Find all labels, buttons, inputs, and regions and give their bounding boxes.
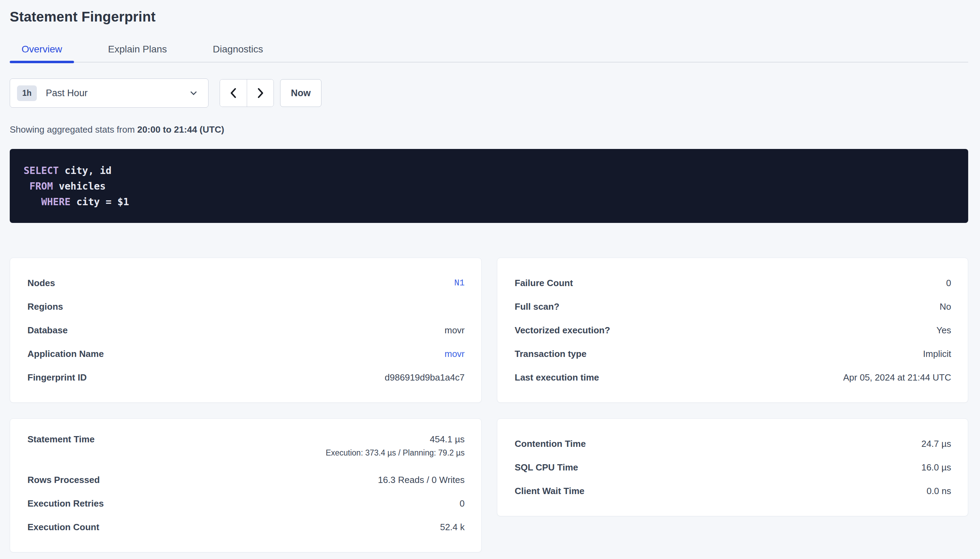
row-value: movr	[444, 325, 464, 336]
sql-statement: SELECT city, id FROM vehicles WHERE city…	[24, 163, 954, 210]
row-label: SQL CPU Time	[515, 462, 578, 473]
sql-statement-box: SELECT city, id FROM vehicles WHERE city…	[10, 149, 968, 223]
table-row: Fingerprint ID d986919d9ba1a4c7	[27, 366, 464, 389]
now-button[interactable]: Now	[280, 79, 322, 107]
time-range-label: Past Hour	[46, 88, 88, 99]
row-value: 24.7 µs	[921, 438, 951, 449]
time-controls: 1h Past Hour Now	[10, 78, 968, 108]
row-label: Failure Count	[515, 278, 573, 289]
tab-overview[interactable]: Overview	[10, 44, 74, 62]
statement-info-card: Nodes N1 Regions Database movr Applicati…	[10, 258, 482, 403]
row-value: 0	[460, 498, 464, 509]
previous-interval-button[interactable]	[220, 79, 247, 107]
next-interval-button[interactable]	[247, 79, 274, 107]
interval-badge: 1h	[17, 85, 37, 101]
row-value: No	[940, 301, 951, 312]
tab-explain-plans[interactable]: Explain Plans	[96, 44, 179, 62]
table-row: Client Wait Time 0.0 ns	[515, 479, 951, 503]
row-label: Execution Count	[27, 522, 99, 533]
application-name-link[interactable]: movr	[444, 349, 464, 359]
table-row: Execution Retries 0	[27, 492, 464, 515]
node-link[interactable]: N1	[454, 278, 464, 288]
row-label: Nodes	[27, 278, 55, 289]
row-label: Application Name	[27, 349, 104, 359]
table-row: Vectorized execution? Yes	[515, 318, 951, 342]
wait-time-card: Contention Time 24.7 µs SQL CPU Time 16.…	[497, 418, 968, 516]
statement-performance-card: Statement Time 454.1 µs Execution: 373.4…	[10, 418, 482, 552]
time-step-buttons	[220, 79, 274, 107]
last-execution-time-value: Apr 05, 2024 at 21:44 UTC	[843, 372, 951, 383]
sql-text: city = $1	[71, 196, 129, 208]
row-label: Full scan?	[515, 301, 559, 312]
fingerprint-id-value: d986919d9ba1a4c7	[385, 372, 464, 383]
chevron-right-icon	[255, 87, 265, 99]
stats-line-range: 20:00 to 21:44 (UTC)	[137, 124, 224, 135]
table-row: Nodes N1	[27, 271, 464, 295]
table-row: Rows Processed 16.3 Reads / 0 Writes	[27, 468, 464, 492]
row-value: 16.0 µs	[921, 462, 951, 473]
row-label: Vectorized execution?	[515, 325, 610, 336]
stats-line-prefix: Showing aggregated stats from	[10, 124, 137, 135]
row-value: 0	[946, 278, 951, 289]
table-row: Database movr	[27, 318, 464, 342]
row-value: Implicit	[923, 349, 951, 359]
sql-keyword: SELECT	[24, 165, 59, 176]
row-label: Transaction type	[515, 349, 587, 359]
sql-text: city, id	[59, 165, 111, 176]
tab-diagnostics[interactable]: Diagnostics	[201, 44, 275, 62]
chevron-down-icon	[188, 88, 199, 99]
row-value-group: 454.1 µs Execution: 373.4 µs / Planning:…	[326, 434, 464, 458]
table-row: Statement Time 454.1 µs Execution: 373.4…	[27, 432, 464, 468]
row-subvalue: Execution: 373.4 µs / Planning: 79.2 µs	[326, 448, 464, 458]
chevron-left-icon	[228, 87, 239, 99]
sql-keyword: WHERE	[24, 196, 71, 208]
statement-fingerprint-page: Statement Fingerprint Overview Explain P…	[0, 0, 980, 552]
table-row: Application Name movr	[27, 342, 464, 366]
summary-cards: Nodes N1 Regions Database movr Applicati…	[10, 258, 968, 552]
table-row: Failure Count 0	[515, 271, 951, 295]
row-label: Contention Time	[515, 438, 586, 449]
table-row: Execution Count 52.4 k	[27, 515, 464, 539]
table-row: SQL CPU Time 16.0 µs	[515, 456, 951, 479]
table-row: Regions	[27, 295, 464, 318]
row-value: 0.0 ns	[927, 486, 951, 496]
row-label: Client Wait Time	[515, 486, 585, 496]
row-label: Fingerprint ID	[27, 372, 86, 383]
sql-text: vehicles	[53, 180, 106, 192]
table-row: Contention Time 24.7 µs	[515, 432, 951, 456]
sql-keyword: FROM	[24, 180, 53, 192]
aggregated-stats-line: Showing aggregated stats from 20:00 to 2…	[10, 124, 968, 135]
row-value: 454.1 µs	[430, 434, 464, 445]
page-title: Statement Fingerprint	[10, 9, 968, 24]
execution-attributes-card: Failure Count 0 Full scan? No Vectorized…	[497, 258, 968, 403]
row-label: Regions	[27, 301, 63, 312]
row-value: 52.4 k	[440, 522, 464, 533]
row-label: Statement Time	[27, 434, 95, 445]
table-row: Last execution time Apr 05, 2024 at 21:4…	[515, 366, 951, 389]
time-range-dropdown[interactable]: 1h Past Hour	[10, 78, 209, 108]
row-label: Database	[27, 325, 68, 336]
row-value: 16.3 Reads / 0 Writes	[378, 475, 464, 485]
row-value: Yes	[937, 325, 951, 336]
table-row: Transaction type Implicit	[515, 342, 951, 366]
tab-bar: Overview Explain Plans Diagnostics	[10, 44, 968, 63]
table-row: Full scan? No	[515, 295, 951, 318]
row-label: Rows Processed	[27, 475, 100, 485]
row-label: Last execution time	[515, 372, 599, 383]
row-label: Execution Retries	[27, 498, 104, 509]
